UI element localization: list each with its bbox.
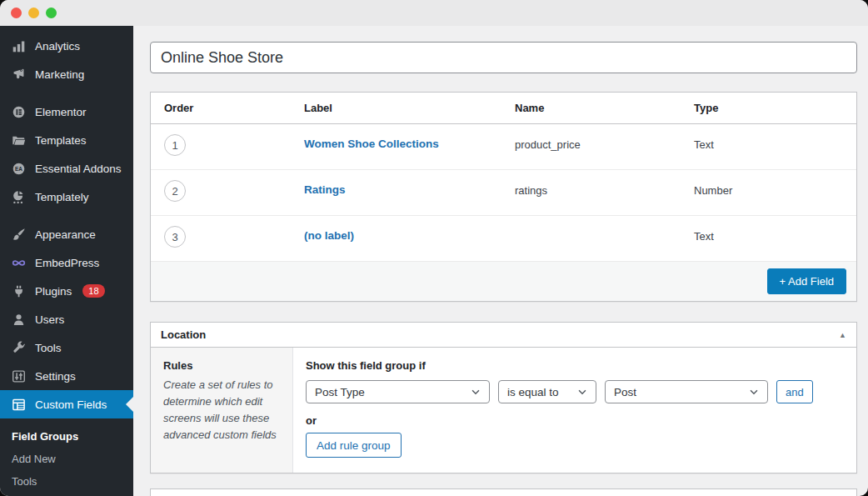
location-panel-title: Location: [161, 328, 206, 341]
sidebar-item-label: Plugins: [35, 285, 72, 298]
sidebar-item-tools[interactable]: Tools: [0, 333, 133, 362]
ea-icon: EA: [11, 161, 26, 176]
field-label-link[interactable]: Ratings: [304, 183, 346, 196]
sidebar-item-label: Custom Fields: [35, 398, 107, 411]
svg-text:EA: EA: [15, 165, 22, 171]
zoom-window-button[interactable]: [46, 8, 57, 18]
location-rules-sidebar: Rules Create a set of rules to determine…: [151, 348, 293, 473]
column-header-type: Type: [694, 102, 856, 114]
rule-operator-select[interactable]: is equal to: [498, 380, 596, 403]
sidebar-separator: [0, 88, 133, 98]
add-field-button[interactable]: + Add Field: [767, 268, 846, 294]
templately-icon: [11, 189, 26, 204]
active-item-arrow: [126, 397, 133, 412]
sidebar-item-label: Templates: [35, 134, 87, 147]
sidebar-item-label: Users: [35, 313, 64, 326]
sidebar-subitem-tools[interactable]: Tools: [0, 470, 133, 493]
collapse-panel-icon[interactable]: ▲: [839, 331, 846, 339]
sliders-icon: [11, 368, 26, 383]
folder-icon: [11, 133, 26, 148]
sidebar-item-essential-addons[interactable]: EA Essential Addons: [0, 154, 133, 183]
field-name-cell: product_price: [515, 138, 694, 151]
rule-value-select[interactable]: Post: [605, 380, 768, 403]
sidebar-item-label: Templately: [35, 191, 89, 203]
chevron-down-icon: [470, 386, 481, 398]
or-label: or: [306, 414, 844, 427]
show-field-group-label: Show this field group if: [306, 359, 844, 372]
field-type-cell: Number: [694, 184, 856, 197]
field-type-cell: Text: [694, 230, 856, 243]
sidebar-item-label: Marketing: [35, 68, 84, 81]
close-window-button[interactable]: [11, 8, 22, 18]
chevron-down-icon: [576, 386, 588, 398]
field-order-handle[interactable]: 3: [164, 226, 186, 248]
field-order-handle[interactable]: 2: [164, 180, 186, 202]
bar-chart-icon: [11, 38, 26, 53]
sidebar-item-label: Appearance: [35, 228, 96, 241]
custom-fields-submenu: Field Groups Add New Tools: [0, 418, 133, 496]
sidebar-item-plugins[interactable]: Plugins 18: [0, 277, 133, 305]
sidebar-item-label: Tools: [35, 342, 62, 354]
sidebar-subitem-field-groups[interactable]: Field Groups: [0, 425, 133, 448]
table-row: 3 (no label) Text: [151, 216, 856, 262]
sidebar-item-label: Analytics: [35, 40, 80, 53]
field-order-handle[interactable]: 1: [164, 134, 186, 156]
sidebar-item-templates[interactable]: Templates: [0, 126, 133, 154]
table-icon: [11, 397, 26, 412]
column-header-name: Name: [515, 102, 694, 114]
field-type-cell: Text: [694, 138, 856, 151]
sidebar-item-settings[interactable]: Settings: [0, 362, 133, 390]
field-group-title-input[interactable]: [150, 42, 857, 73]
sidebar-item-users[interactable]: Users: [0, 305, 133, 333]
column-header-label: Label: [304, 102, 515, 114]
wrench-icon: [11, 340, 26, 355]
main-content: Order Label Name Type 1 Women Shoe Colle…: [133, 26, 868, 496]
minimize-window-button[interactable]: [28, 8, 39, 18]
chevron-down-icon: [748, 386, 760, 398]
plug-icon: [11, 283, 26, 298]
sidebar-item-label: Essential Addons: [35, 163, 122, 175]
sidebar-item-marketing[interactable]: Marketing: [0, 60, 133, 88]
column-header-order: Order: [164, 102, 304, 114]
sidebar-item-label: EmbedPress: [35, 257, 99, 269]
app-window: Analytics Marketing Elementor Templa: [0, 0, 868, 496]
admin-sidebar: Analytics Marketing Elementor Templa: [0, 26, 133, 496]
user-icon: [11, 312, 26, 327]
rule-value-value: Post: [614, 386, 636, 398]
add-rule-group-button[interactable]: Add rule group: [306, 433, 402, 458]
table-row: 1 Women Shoe Collections product_price T…: [151, 124, 856, 170]
sidebar-separator: [0, 211, 133, 220]
plugins-update-count-badge: 18: [82, 284, 104, 298]
fields-table-panel: Order Label Name Type 1 Women Shoe Colle…: [150, 92, 857, 302]
rule-operator-value: is equal to: [507, 386, 559, 398]
fields-table-header: Order Label Name Type: [151, 93, 856, 124]
infinity-icon: [11, 255, 26, 270]
sidebar-subitem-add-new[interactable]: Add New: [0, 448, 133, 470]
location-panel: Location ▲ Rules Create a set of rules t…: [150, 322, 857, 473]
rule-param-value: Post Type: [315, 386, 365, 398]
location-panel-header: Location ▲: [151, 323, 856, 348]
elementor-icon: [11, 104, 26, 119]
sidebar-item-elementor[interactable]: Elementor: [0, 98, 133, 126]
sidebar-item-label: Settings: [35, 370, 76, 383]
sidebar-item-custom-fields[interactable]: Custom Fields: [0, 390, 133, 418]
rules-heading: Rules: [163, 359, 280, 372]
window-titlebar: [0, 0, 868, 26]
add-and-rule-button[interactable]: and: [776, 380, 813, 403]
table-row: 2 Ratings ratings Number: [151, 170, 856, 216]
brush-icon: [11, 227, 26, 242]
sidebar-item-label: Elementor: [35, 106, 87, 118]
location-rules-editor: Show this field group if Post Type is eq…: [293, 348, 856, 473]
fields-table-footer: + Add Field: [151, 262, 856, 301]
rule-param-select[interactable]: Post Type: [306, 380, 490, 403]
rules-description: Create a set of rules to determine which…: [163, 377, 280, 444]
sidebar-item-embedpress[interactable]: EmbedPress: [0, 248, 133, 277]
sidebar-item-appearance[interactable]: Appearance: [0, 220, 133, 248]
next-panel-partial: [150, 488, 857, 496]
megaphone-icon: [11, 67, 26, 82]
field-name-cell: ratings: [515, 184, 694, 197]
sidebar-item-templately[interactable]: Templately: [0, 183, 133, 211]
field-label-link[interactable]: (no label): [304, 229, 354, 242]
sidebar-item-analytics[interactable]: Analytics: [0, 32, 133, 60]
field-label-link[interactable]: Women Shoe Collections: [304, 138, 439, 150]
